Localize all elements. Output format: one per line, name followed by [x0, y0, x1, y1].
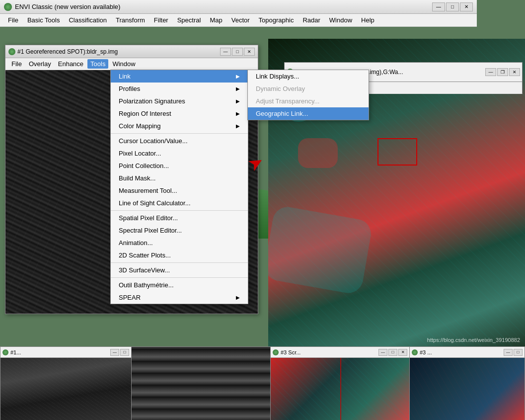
tools-item-measurement[interactable]: Measurement Tool... [111, 184, 248, 197]
bw1-minimize[interactable]: — [110, 349, 119, 356]
tools-item-color-mapping[interactable]: Color Mapping ▶ [111, 120, 248, 132]
tools-item-scatter[interactable]: 2D Scatter Plots... [111, 249, 248, 261]
child-1-title: #1 Georeferenced SPOT):bldr_sp.img [17, 48, 220, 55]
tools-item-profiles[interactable]: Profiles ▶ [111, 83, 248, 95]
bottom-win-4-content [410, 358, 525, 420]
bottom-win-2 [132, 346, 271, 420]
tools-item-los[interactable]: Line of Sight Calculator... [111, 197, 248, 209]
child-1-menu-bar: File Overlay Enhance Tools Window [5, 58, 258, 70]
tools-item-cursor[interactable]: Cursor Location/Value... [111, 135, 248, 147]
child-3-close[interactable]: ✕ [509, 68, 520, 76]
menu-transform[interactable]: Transform [112, 15, 149, 25]
tools-item-3d[interactable]: 3D SurfaceView... [111, 264, 248, 276]
app-icon [4, 3, 12, 11]
menu-topographic[interactable]: Topographic [255, 15, 298, 25]
title-win-buttons[interactable]: — □ ✕ [432, 2, 473, 11]
watermark: https://blog.csdn.net/weixin_39190882 [427, 337, 520, 343]
link-item-dynamic[interactable]: Dynamic Overlay [248, 83, 369, 95]
maximize-button[interactable]: □ [446, 2, 459, 11]
bottom-win-3-title: #3 Scr... — □ ✕ [271, 347, 409, 358]
bottom-win-3-content [271, 358, 409, 420]
child-1-menu-overlay[interactable]: Overlay [26, 59, 54, 69]
child-1-minimize[interactable]: — [220, 48, 231, 56]
tools-item-point-collection[interactable]: Point Collection... [111, 160, 248, 172]
child-1-win-buttons[interactable]: — □ ✕ [220, 48, 255, 56]
bw1-restore[interactable]: □ [120, 349, 129, 356]
bottom-win-1-label: #1... [10, 349, 110, 355]
child-1-menu-file[interactable]: File [8, 59, 25, 69]
tools-separator-3 [111, 262, 248, 263]
bottom-windows-row: #1... — □ #3 Scr... — □ ✕ [0, 346, 525, 420]
minimize-button[interactable]: — [432, 2, 445, 11]
child-1-close[interactable]: ✕ [244, 48, 255, 56]
selection-box [377, 138, 417, 166]
menu-radar[interactable]: Radar [299, 15, 324, 25]
menu-basic-tools[interactable]: Basic Tools [23, 15, 64, 25]
menu-filter[interactable]: Filter [150, 15, 172, 25]
bottom-win-2-content [132, 347, 270, 420]
link-item-geographic[interactable]: Geographic Link... [248, 107, 369, 120]
menu-file[interactable]: File [4, 15, 22, 25]
link-item-transparency[interactable]: Adjust Transparency... [248, 95, 369, 107]
menu-classification[interactable]: Classification [65, 15, 111, 25]
bw3-close[interactable]: ✕ [398, 349, 407, 356]
child-1-title-bar: #1 Georeferenced SPOT):bldr_sp.img — □ ✕ [5, 45, 258, 58]
main-title-bar: ENVI Classic (new version available) — □… [0, 0, 477, 14]
bottom-win-4-label: #3 ... [420, 349, 504, 355]
child-1-menu-window[interactable]: Window [109, 59, 138, 69]
link-item-displays[interactable]: Link Displays... [248, 70, 369, 83]
bw4-minimize[interactable]: — [504, 349, 513, 356]
menu-spectral[interactable]: Spectral [173, 15, 205, 25]
child-1-icon [8, 48, 15, 55]
tools-separator-4 [111, 277, 248, 278]
tools-item-pixel-locator[interactable]: Pixel Locator... [111, 147, 248, 160]
menu-help[interactable]: Help [357, 15, 378, 25]
app-title: ENVI Classic (new version available) [15, 3, 432, 10]
tools-item-animation[interactable]: Animation... [111, 237, 248, 249]
child-1-maximize[interactable]: □ [232, 48, 243, 56]
bottom-win-3-label: #3 Scr... [281, 349, 378, 355]
tools-item-spectral-pixel[interactable]: Spectral Pixel Editor... [111, 224, 248, 237]
menu-vector[interactable]: Vector [227, 15, 254, 25]
close-button[interactable]: ✕ [460, 2, 473, 11]
tools-item-polarization[interactable]: Polarization Signatures ▶ [111, 95, 248, 107]
bw3-restore[interactable]: □ [388, 349, 397, 356]
tools-item-spear[interactable]: SPEAR ▶ [111, 291, 248, 304]
bottom-win-4: #3 ... — □ [410, 346, 525, 420]
child-3-restore[interactable]: ❐ [497, 68, 508, 76]
bottom-win-3: #3 Scr... — □ ✕ [271, 346, 410, 420]
menu-map[interactable]: Map [206, 15, 226, 25]
tools-dropdown: Link ▶ Profiles ▶ Polarization Signature… [110, 70, 248, 304]
bottom-win-1: #1... — □ [0, 346, 132, 420]
bw3-minimize[interactable]: — [378, 349, 387, 356]
tools-item-build-mask[interactable]: Build Mask... [111, 172, 248, 184]
link-submenu-arrow: ▶ [236, 74, 240, 79]
tools-item-bathymetry[interactable]: Outil Bathymétrie... [111, 279, 248, 291]
tools-item-link[interactable]: Link ▶ [111, 70, 248, 83]
tools-separator-2 [111, 210, 248, 211]
tools-item-roi[interactable]: Region Of Interest ▶ [111, 107, 248, 120]
menu-window[interactable]: Window [325, 15, 356, 25]
main-menu-bar: File Basic Tools Classification Transfor… [0, 14, 477, 27]
tools-separator-1 [111, 133, 248, 134]
bottom-win-4-title: #3 ... — □ [410, 347, 525, 358]
bottom-win-1-content [0, 358, 131, 420]
child-1-menu-enhance[interactable]: Enhance [55, 59, 86, 69]
child-1-menu-tools[interactable]: Tools [87, 59, 108, 69]
tools-item-spatial-pixel[interactable]: Spatial Pixel Editor... [111, 212, 248, 224]
child-3-minimize[interactable]: — [485, 68, 496, 76]
bw4-restore[interactable]: □ [514, 349, 523, 356]
link-submenu: Link Displays... Dynamic Overlay Adjust … [247, 70, 369, 120]
bottom-win-1-title: #1... — □ [0, 347, 131, 358]
